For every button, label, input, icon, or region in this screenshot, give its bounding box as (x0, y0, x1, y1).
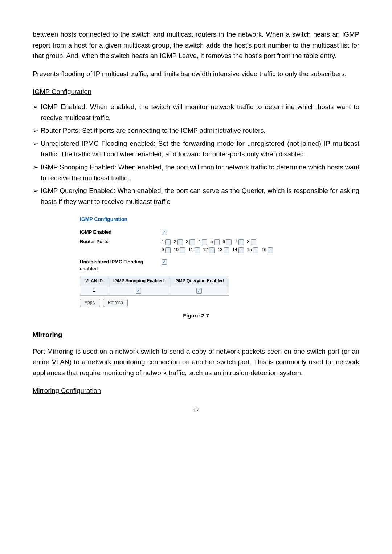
bullet-item: Unregistered IPMC Flooding enabled: Set … (33, 138, 359, 160)
mirroring-paragraph: Port Mirroring is used on a network swit… (33, 346, 359, 378)
table-row: 1 (80, 286, 229, 295)
bullet-item: Router Ports: Set if ports are connectin… (33, 125, 359, 136)
cell-vlan-id: 1 (80, 286, 108, 295)
checkbox-unregistered-ipmc[interactable] (162, 259, 167, 265)
igmp-vlan-table: VLAN ID IGMP Snooping Enabled IGMP Query… (80, 276, 229, 296)
port-number: 2 (174, 239, 176, 244)
paragraph-1: between hosts connected to the switch an… (33, 29, 359, 61)
port-number: 1 (162, 239, 164, 244)
port-checkbox[interactable] (253, 247, 258, 253)
port-number: 15 (247, 247, 252, 252)
port-checkbox[interactable] (224, 247, 229, 253)
port-number: 10 (174, 247, 179, 252)
port-number: 12 (203, 247, 208, 252)
port-number: 14 (232, 247, 237, 252)
port-checkbox[interactable] (180, 247, 185, 253)
port-number: 4 (198, 239, 201, 244)
port-checkbox[interactable] (177, 239, 183, 245)
port-checkbox[interactable] (226, 239, 232, 245)
subhead-mirroring: Mirroring (33, 329, 359, 340)
apply-button[interactable]: Apply (80, 299, 100, 307)
label-router-ports: Router Ports (80, 238, 162, 254)
port-checkbox[interactable] (195, 247, 200, 253)
port-number: 6 (222, 239, 225, 244)
port-number: 3 (186, 239, 188, 244)
port-number: 13 (218, 247, 222, 252)
config-title: IGMP Configuration (80, 216, 312, 223)
bullet-item: IGMP Enabled: When enabled, the switch w… (33, 102, 359, 123)
port-number: 5 (211, 239, 213, 244)
bullet-item: IGMP Snooping Enabled: When enabled, the… (33, 162, 359, 183)
col-header-vlan-id: VLAN ID (80, 276, 108, 286)
port-checkbox[interactable] (238, 239, 244, 245)
port-checkbox[interactable] (251, 239, 256, 245)
port-checkbox[interactable] (238, 247, 244, 253)
port-number: 16 (262, 247, 266, 252)
port-checkbox[interactable] (165, 247, 171, 253)
figure-caption: Figure 2-7 (33, 311, 359, 320)
refresh-button[interactable]: Refresh (103, 299, 128, 307)
port-number: 9 (162, 247, 164, 252)
checkbox-snooping-enabled[interactable] (136, 288, 141, 294)
port-checkbox[interactable] (209, 247, 215, 253)
checkbox-igmp-enabled[interactable] (162, 230, 167, 235)
section-title-igmp-config: IGMP Configuration (33, 86, 359, 97)
label-unregistered-ipmc: Unregistered IPMC Flooding enabled (80, 259, 162, 272)
port-checkbox[interactable] (165, 239, 171, 245)
router-ports-grid: 1 2 3 4 5 6 7 8 9 10 11 12 13 14 15 16 (162, 238, 312, 254)
col-header-querying: IGMP Querying Enabled (169, 276, 229, 286)
section-title-mirroring-config: Mirroring Configuration (33, 385, 359, 396)
port-checkbox[interactable] (202, 239, 207, 245)
col-header-snooping: IGMP Snooping Enabled (108, 276, 169, 286)
port-checkbox[interactable] (268, 247, 273, 253)
port-number: 11 (188, 247, 193, 252)
bullet-item: IGMP Querying Enabled: When enabled, the… (33, 185, 359, 207)
port-checkbox[interactable] (214, 239, 220, 245)
paragraph-2: Prevents flooding of IP multicast traffi… (33, 69, 359, 79)
port-checkbox[interactable] (189, 239, 195, 245)
igmp-config-screenshot: IGMP Configuration IGMP Enabled Router P… (80, 216, 312, 307)
checkbox-querying-enabled[interactable] (196, 288, 202, 294)
label-igmp-enabled: IGMP Enabled (80, 229, 162, 236)
port-number: 7 (235, 239, 237, 244)
bullet-list: IGMP Enabled: When enabled, the switch w… (33, 102, 359, 207)
port-number: 8 (247, 239, 250, 244)
page-number: 17 (33, 406, 359, 414)
